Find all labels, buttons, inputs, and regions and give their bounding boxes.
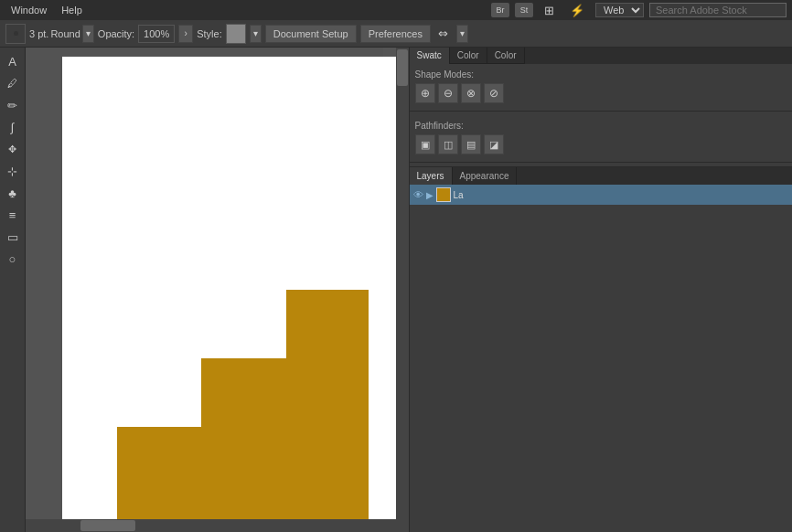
pathfinder-divide-icon <box>421 139 430 151</box>
layer-name[interactable]: La <box>454 190 464 200</box>
white-canvas <box>62 57 409 527</box>
unite-btn[interactable] <box>415 83 435 103</box>
pathfinder-trim-icon <box>444 139 453 151</box>
panel-divider-1 <box>410 111 793 112</box>
v-scroll-thumb[interactable] <box>397 49 408 86</box>
align-dropdown[interactable]: ▾ <box>456 25 468 43</box>
panel-divider-2 <box>410 162 793 163</box>
stroke-dropdown[interactable]: ▾ <box>82 25 94 43</box>
pencil-tool-icon[interactable]: ✏ <box>3 95 23 115</box>
menu-window[interactable]: Window <box>5 3 52 17</box>
opacity-label: Opacity: <box>98 28 134 39</box>
svg-rect-1 <box>201 358 369 427</box>
style-dropdown[interactable]: ▾ <box>250 25 262 43</box>
right-panel: Swatc Color Color Shape Modes: <box>409 48 793 532</box>
pathfinder-crop-btn[interactable] <box>484 134 504 154</box>
pathfinder-divide-btn[interactable] <box>415 134 435 154</box>
intersect-icon <box>466 87 476 100</box>
unite-icon <box>421 87 430 100</box>
tab-layers[interactable]: Layers <box>410 167 453 185</box>
toolbar: 3 pt. Round ▾ Opacity: › Style: ▾ Docume… <box>0 20 792 48</box>
tools-panel: A 🖊 ✏ ∫ ✥ ⊹ ♣ ≡ ▭ ○ <box>0 48 26 532</box>
tab-color-guide[interactable]: Color <box>487 48 525 64</box>
h-scroll-thumb[interactable] <box>80 520 135 531</box>
pathfinders-section: Pathfinders: <box>410 115 793 158</box>
opacity-input[interactable] <box>138 25 175 43</box>
grid-icon[interactable]: ⊞ <box>539 3 559 17</box>
pathfinder-merge-btn[interactable] <box>461 134 481 154</box>
stair-shape <box>117 290 382 532</box>
tab-color[interactable]: Color <box>450 48 487 64</box>
rect-tool-icon[interactable]: ▭ <box>3 227 23 247</box>
bridge-icon[interactable]: Br <box>491 3 509 17</box>
circle-tool-icon[interactable]: ○ <box>3 249 23 269</box>
shape-modes-section: Shape Modes: <box>410 64 793 107</box>
intersect-btn[interactable] <box>461 83 481 103</box>
minus-icon <box>444 87 453 100</box>
layers-tabs: Layers Appearance <box>410 167 793 185</box>
layer-expand-icon[interactable]: ▶ <box>426 190 433 200</box>
menu-help[interactable]: Help <box>56 3 88 17</box>
svg-rect-0 <box>286 290 369 358</box>
brush-tool-icon[interactable]: ∫ <box>3 117 23 137</box>
stroke-type: Round <box>50 28 80 39</box>
document-setup-button[interactable]: Document Setup <box>265 25 357 43</box>
type-tool-icon[interactable]: A <box>3 51 23 71</box>
pathfinder-trim-btn[interactable] <box>438 134 458 154</box>
preferences-button[interactable]: Preferences <box>360 25 431 43</box>
style-label: Style: <box>197 28 222 39</box>
layers-panel: Layers Appearance 👁 ▶ La <box>410 166 793 205</box>
style-preview <box>226 24 246 44</box>
layer-thumbnail <box>436 187 451 202</box>
shape-mode-buttons <box>415 83 787 103</box>
stroke-size: 3 pt. <box>29 28 48 39</box>
menu-bar: Window Help Br St ⊞ ⚡ Web <box>0 0 792 20</box>
move-tool-icon[interactable]: ✥ <box>3 139 23 159</box>
stroke-preview <box>5 24 26 44</box>
tab-appearance[interactable]: Appearance <box>453 167 518 185</box>
align-icon[interactable]: ⇔ <box>434 25 453 43</box>
minus-front-btn[interactable] <box>438 83 458 103</box>
main-layout: A 🖊 ✏ ∫ ✥ ⊹ ♣ ≡ ▭ ○ ◂ <box>0 48 792 532</box>
tab-swatches[interactable]: Swatc <box>410 48 450 64</box>
exclude-btn[interactable] <box>484 83 504 103</box>
exclude-icon <box>489 87 498 100</box>
web-select[interactable]: Web <box>595 3 644 17</box>
pathfinder-crop-icon <box>489 139 498 151</box>
layer-visibility-icon[interactable]: 👁 <box>413 189 423 200</box>
pen-tool-icon[interactable]: 🖊 <box>3 73 23 93</box>
tools-icon[interactable]: ⚡ <box>564 2 590 19</box>
grid-tool-icon[interactable]: ≡ <box>3 205 23 225</box>
swatches-tabs: Swatc Color Color <box>410 48 793 64</box>
v-scrollbar[interactable] <box>396 48 409 532</box>
svg-rect-2 <box>117 427 369 532</box>
club-icon[interactable]: ♣ <box>3 183 23 203</box>
opacity-arrow[interactable]: › <box>178 25 193 43</box>
canvas-area: ◂ <box>26 48 409 532</box>
h-scrollbar[interactable] <box>26 519 396 532</box>
stroke-label: 3 pt. Round ▾ <box>29 25 94 43</box>
layer-row: 👁 ▶ La <box>410 185 793 205</box>
pathfinder-merge-icon <box>466 139 476 151</box>
select-tool-icon[interactable]: ⊹ <box>3 161 23 181</box>
stock-icon[interactable]: St <box>515 3 533 17</box>
shape-modes-label: Shape Modes: <box>415 69 787 80</box>
search-input[interactable] <box>649 3 787 17</box>
pathfinder-buttons <box>415 134 787 154</box>
stroke-dot <box>14 31 18 36</box>
pathfinders-label: Pathfinders: <box>415 121 787 131</box>
